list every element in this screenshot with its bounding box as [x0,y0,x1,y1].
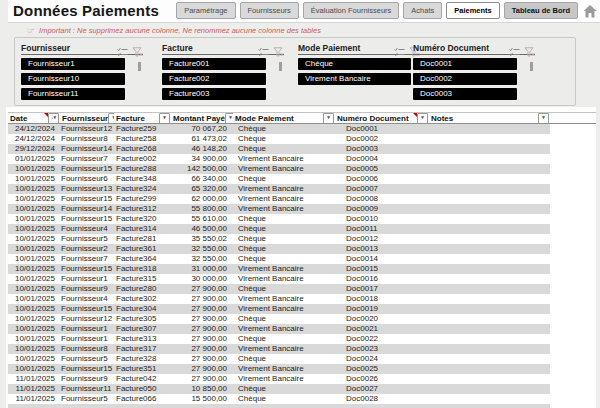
table-cell[interactable] [429,154,550,164]
table-cell[interactable]: Chèque [233,214,335,224]
table-cell[interactable]: Doc0015 [335,264,429,274]
table-cell[interactable] [429,374,550,384]
table-cell[interactable]: Facture305 [114,314,171,324]
table-cell[interactable]: Facture312 [114,204,171,214]
table-cell[interactable]: 55 610,00 [171,214,233,224]
table-cell[interactable]: 27 900,00 [171,284,233,294]
table-cell[interactable]: Doc0002 [335,134,429,144]
table-cell[interactable]: 27 900,00 [171,324,233,334]
home-icon[interactable] [583,4,597,17]
table-cell[interactable] [429,254,550,264]
table-cell[interactable]: Facture328 [114,354,171,364]
table-cell[interactable]: Doc0010 [335,214,429,224]
table-cell[interactable] [429,364,550,374]
table-cell[interactable]: Facture317 [114,344,171,354]
multi-select-icon[interactable] [117,43,128,53]
table-cell[interactable]: Doc0024 [335,354,429,364]
table-cell[interactable]: Fournisseur15 [60,214,114,224]
table-cell[interactable]: Chèque [233,174,335,184]
table-cell[interactable]: Facture288 [114,164,171,174]
table-cell[interactable]: Facture364 [114,254,171,264]
table-cell[interactable] [429,264,550,274]
table-cell[interactable]: Virement Bancaire [233,164,335,174]
slicer-item-fournisseur11[interactable]: Fournisseur11 [21,88,125,100]
table-cell[interactable]: Fournisseur15 [60,264,114,274]
table-cell[interactable]: 10/01/2025 [8,284,60,294]
table-cell[interactable]: Fournisseur7 [60,254,114,264]
table-cell[interactable]: 65 320,00 [171,184,233,194]
table-cell[interactable]: Facture302 [114,294,171,304]
slicer-scrollbar[interactable] [279,62,282,71]
table-cell[interactable]: Fournisseur4 [60,224,114,234]
table-cell[interactable] [429,294,550,304]
table-cell[interactable]: Fournisseur2 [60,244,114,254]
table-cell[interactable]: Chèque [233,394,335,404]
table-cell[interactable]: 61 473,02 [171,134,233,144]
table-cell[interactable]: 27 900,00 [171,294,233,304]
table-cell[interactable]: Doc0011 [335,224,429,234]
table-cell[interactable]: Chèque [233,234,335,244]
table-cell[interactable]: Doc0001 [335,124,429,134]
table-cell[interactable]: Facture313 [114,334,171,344]
table-cell[interactable]: Doc0013 [335,244,429,254]
table-cell[interactable]: 27 900,00 [171,334,233,344]
table-cell[interactable]: 142 500,00 [171,164,233,174]
table-cell[interactable] [429,304,550,314]
table-cell[interactable]: 10/01/2025 [8,254,60,264]
table-cell[interactable]: Virement Bancaire [233,184,335,194]
filter-dropdown-icon[interactable]: ▾ [225,113,233,123]
table-cell[interactable]: Fournisseur14 [60,204,114,214]
table-cell[interactable]: Facture348 [114,174,171,184]
table-cell[interactable]: Facture324 [114,184,171,194]
table-cell[interactable] [429,314,550,324]
table-cell[interactable]: Facture318 [114,264,171,274]
table-cell[interactable] [429,134,550,144]
table-cell[interactable]: 24/12/2024 [8,124,60,134]
table-cell[interactable]: 11/01/2025 [8,384,60,394]
table-cell[interactable]: Virement Bancaire [233,294,335,304]
table-cell[interactable]: 27 900,00 [171,304,233,314]
table-cell[interactable]: Facture050 [114,384,171,394]
table-cell[interactable]: 10/01/2025 [8,314,60,324]
table-cell[interactable]: 46 148,20 [171,144,233,154]
table-cell[interactable]: Fournisseur14 [60,144,114,154]
table-cell[interactable]: Doc0008 [335,194,429,204]
table-cell[interactable] [429,234,550,244]
table-cell[interactable]: Facture315 [114,274,171,284]
table-cell[interactable]: 29/12/2024 [8,144,60,154]
table-cell[interactable]: 66 340,00 [171,174,233,184]
table-cell[interactable]: Doc0023 [335,344,429,354]
table-cell[interactable]: Fournisseur4 [60,294,114,304]
table-cell[interactable]: Facture259 [114,124,171,134]
table-cell[interactable] [429,144,550,154]
table-cell[interactable]: Facture320 [114,214,171,224]
table-cell[interactable]: Chèque [233,254,335,264]
table-cell[interactable]: Facture280 [114,284,171,294]
table-cell[interactable]: Doc0004 [335,154,429,164]
table-cell[interactable]: 27 900,00 [171,344,233,354]
slicer-item-facture003[interactable]: Facture003 [162,88,266,100]
table-cell[interactable]: 11/01/2025 [8,394,60,404]
table-cell[interactable] [429,164,550,174]
table-cell[interactable]: Virement Bancaire [233,364,335,374]
slicer-item-fournisseur10[interactable]: Fournisseur10 [21,73,125,85]
table-cell[interactable] [429,354,550,364]
table-cell[interactable]: Virement Bancaire [233,194,335,204]
table-cell[interactable]: Doc0016 [335,274,429,284]
table-cell[interactable]: Facture258 [114,134,171,144]
table-cell[interactable]: Doc0025 [335,364,429,374]
table-cell[interactable]: 10/01/2025 [8,274,60,284]
multi-select-icon[interactable] [394,43,405,53]
clear-filter-icon[interactable] [132,43,143,53]
table-cell[interactable]: 10/01/2025 [8,304,60,314]
table-cell[interactable]: 10/01/2025 [8,224,60,234]
table-cell[interactable]: Facture304 [114,304,171,314]
tab-tableau-de-bord[interactable]: Tableau de Bord [504,2,578,19]
table-cell[interactable]: Facture042 [114,374,171,384]
table-cell[interactable]: Fournisseur15 [60,164,114,174]
table-cell[interactable] [429,194,550,204]
slicer-item-doc0001[interactable]: Doc0001 [413,58,517,70]
table-cell[interactable]: Doc0018 [335,294,429,304]
slicer-item-facture001[interactable]: Facture001 [162,58,266,70]
table-cell[interactable] [429,174,550,184]
